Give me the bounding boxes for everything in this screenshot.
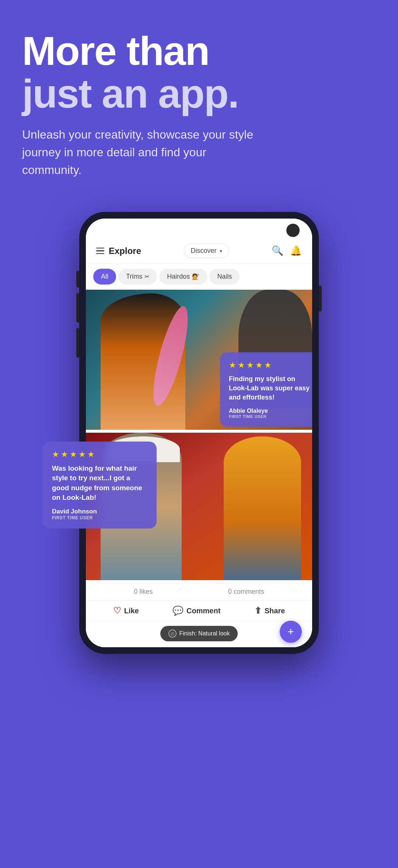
filter-tab-nails[interactable]: Nails <box>209 269 240 285</box>
hamburger-line-1 <box>96 248 104 249</box>
review-card-right: ★ ★ ★ ★ ★ Finding my stylist on Look-Lab… <box>220 352 312 427</box>
filter-label-trims: Trims <box>126 273 142 280</box>
stars-right: ★ ★ ★ ★ ★ <box>229 360 312 370</box>
volume-down-button <box>76 328 79 358</box>
hero-title: More than just an app. <box>22 29 376 115</box>
explore-label: Explore <box>109 246 141 256</box>
app-header: Explore Discover ▾ 🔍 🔔 <box>86 236 312 264</box>
hero-section: More than just an app. Unleash your crea… <box>0 0 398 194</box>
bell-icon[interactable]: 🔔 <box>290 245 302 257</box>
filter-tab-trims[interactable]: Trims ✂ <box>118 269 157 285</box>
likes-count: 0 likes <box>134 588 153 596</box>
header-right: 🔍 🔔 <box>272 245 302 257</box>
bottom-bar: ⊘ Finish: Natural look + <box>86 621 312 647</box>
finish-tag[interactable]: ⊘ Finish: Natural look <box>160 626 238 641</box>
fab-icon: + <box>287 625 294 638</box>
volume-up-button <box>76 293 79 323</box>
hamburger-line-2 <box>96 250 104 251</box>
discover-dropdown[interactable]: Discover ▾ <box>184 244 229 258</box>
front-camera <box>286 224 300 237</box>
status-bar <box>86 219 312 236</box>
review-card-left: ★ ★ ★ ★ ★ Was looking for what hair styl… <box>42 442 157 529</box>
hero-title-line1: More than <box>22 28 209 73</box>
fab-add-button[interactable]: + <box>280 621 302 643</box>
guy2-silhouette <box>224 436 301 580</box>
comments-count: 0 comments <box>228 588 264 596</box>
finish-label: Finish: Natural look <box>179 630 230 637</box>
filter-tabs: All Trims ✂ Hairdos 💇 Nails <box>86 264 312 290</box>
hero-title-line2: just an app. <box>22 71 238 116</box>
scissors-icon: ✂ <box>144 273 149 280</box>
power-button <box>319 286 322 311</box>
silent-button <box>76 271 79 287</box>
comment-button[interactable]: 💬 Comment <box>172 606 220 616</box>
search-icon[interactable]: 🔍 <box>272 245 283 257</box>
reviewer-badge-left: FIRST TIME USER <box>52 515 147 520</box>
stars-left: ★ ★ ★ ★ ★ <box>52 450 147 459</box>
hamburger-line-3 <box>96 253 104 254</box>
phone-frame: Explore Discover ▾ 🔍 🔔 All <box>79 212 319 654</box>
phone-wrapper: ★ ★ ★ ★ ★ Was looking for what hair styl… <box>79 212 319 654</box>
header-left: Explore <box>96 246 141 256</box>
filter-label-hairdos: Hairdos <box>167 273 190 280</box>
like-label: Like <box>124 607 139 615</box>
discover-label: Discover <box>191 247 217 255</box>
hero-subtitle: Unleash your creativity, showcase your s… <box>22 126 262 179</box>
review-text-right: Finding my stylist on Look-Lab was super… <box>229 374 312 402</box>
reviewer-name-left: David Johnson <box>52 508 147 515</box>
comment-icon: 💬 <box>172 606 184 616</box>
share-button[interactable]: ⬆ Share <box>254 606 285 616</box>
hairdryer-icon: 💇 <box>192 273 199 280</box>
reviewer-name-right: Abbie Olaleye <box>229 407 312 414</box>
image-card-1: ★ ★ ★ ★ ★ Finding my stylist on Look-Lab… <box>86 290 312 430</box>
phone-screen: Explore Discover ▾ 🔍 🔔 All <box>86 219 312 647</box>
share-icon: ⬆ <box>254 606 262 616</box>
finish-icon: ⊘ <box>168 630 177 638</box>
chevron-down-icon: ▾ <box>220 248 222 254</box>
reviewer-badge-right: FIRST TIME USER <box>229 414 312 418</box>
filter-label-nails: Nails <box>217 273 232 280</box>
hamburger-menu[interactable] <box>96 248 104 254</box>
filter-tab-hairdos[interactable]: Hairdos 💇 <box>159 269 207 285</box>
share-label: Share <box>265 607 285 615</box>
post-actions: ♡ Like 💬 Comment ⬆ Share <box>86 600 312 621</box>
filter-tab-all[interactable]: All <box>93 269 116 285</box>
review-text-left: Was looking for what hair style to try n… <box>52 464 147 503</box>
filter-label-all: All <box>101 273 108 280</box>
phone-container: ★ ★ ★ ★ ★ Was looking for what hair styl… <box>0 212 398 654</box>
comment-label: Comment <box>186 607 220 615</box>
like-button[interactable]: ♡ Like <box>113 606 139 616</box>
heart-icon: ♡ <box>113 606 121 616</box>
post-stats: 0 likes 0 comments <box>86 583 312 600</box>
